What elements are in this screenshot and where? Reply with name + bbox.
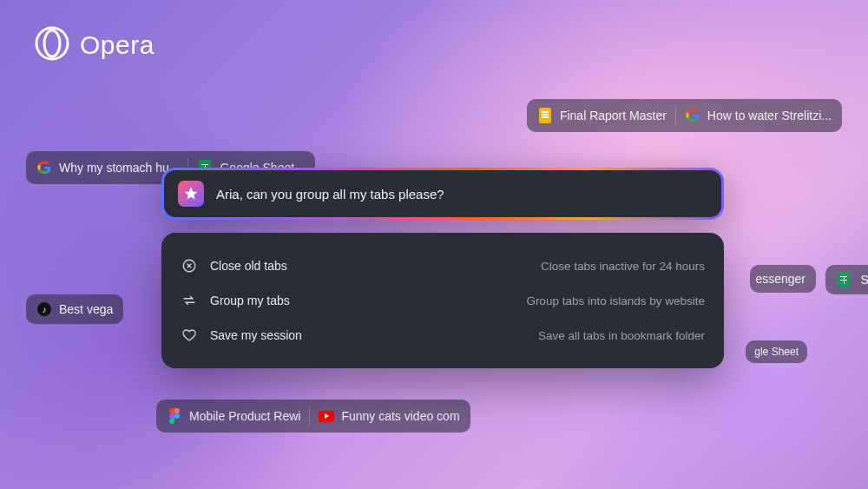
opera-logo-icon <box>35 26 69 64</box>
tab-fragment-messenger[interactable]: essenger <box>750 265 816 293</box>
tab-label: Mobile Product Rewi <box>189 409 300 423</box>
google-icon <box>36 160 52 175</box>
tiktok-icon: ♪ <box>36 301 52 317</box>
tab-fragment-sheet[interactable]: gle Sheet <box>746 340 807 363</box>
tab-label: Best vega <box>59 302 113 316</box>
close-circle-icon <box>181 257 198 274</box>
tab-label: Funny cats video com <box>341 409 459 423</box>
tab-item[interactable]: How to water Strelitzi... <box>685 108 832 123</box>
svg-point-0 <box>36 28 68 59</box>
suggestion-desc: Close tabs inactive for 24 hours <box>541 260 705 273</box>
svg-point-1 <box>44 30 60 56</box>
tab-item[interactable]: Mobile Product Rewi <box>167 408 300 424</box>
sheets-icon <box>836 272 852 287</box>
divider <box>675 106 676 125</box>
tab-item[interactable]: ♪ Best vega <box>36 301 113 317</box>
tab-item[interactable]: Final Raport Master <box>537 108 667 123</box>
tab-fragment-september[interactable]: Septe <box>825 265 868 294</box>
tab-item[interactable]: Funny cats video com <box>319 408 459 424</box>
aria-suggestions-panel: Close old tabs Close tabs inactive for 2… <box>161 233 724 368</box>
suggestion-title: Save my session <box>210 328 302 342</box>
tab-label: How to water Strelitzi... <box>707 109 832 122</box>
suggestion-title: Group my tabs <box>210 294 290 307</box>
suggestion-group-tabs[interactable]: Group my tabs Group tabs into islands by… <box>181 283 705 318</box>
aria-icon <box>178 181 204 207</box>
opera-logo-text: Opera <box>80 30 155 60</box>
opera-logo: Opera <box>35 26 155 64</box>
figma-icon <box>167 408 182 424</box>
youtube-icon <box>319 408 334 424</box>
tab-label: gle Sheet <box>754 346 799 358</box>
tab-group-top-right[interactable]: Final Raport Master How to water Strelit… <box>527 99 842 132</box>
swap-icon <box>181 292 198 309</box>
suggestion-desc: Save all tabs in bookmark folder <box>538 329 705 342</box>
heart-icon <box>181 327 198 344</box>
tab-label: essenger <box>755 272 806 286</box>
suggestion-desc: Group tabs into islands by website <box>526 294 705 307</box>
tab-item[interactable]: Why my stomach hu... <box>36 160 179 175</box>
docs-icon <box>537 108 553 123</box>
tab-label: Septe <box>860 273 868 287</box>
google-icon <box>685 108 700 123</box>
aria-command-bar[interactable]: Aria, can you group all my tabs please? <box>161 168 724 220</box>
aria-prompt-text: Aria, can you group all my tabs please? <box>216 187 444 202</box>
tab-label: Final Raport Master <box>560 109 667 122</box>
divider <box>309 406 310 426</box>
tab-label: Why my stomach hu... <box>59 161 179 175</box>
suggestion-close-old-tabs[interactable]: Close old tabs Close tabs inactive for 2… <box>181 248 705 283</box>
suggestion-title: Close old tabs <box>210 259 287 273</box>
tab-tiktok[interactable]: ♪ Best vega <box>26 294 123 324</box>
suggestion-save-session[interactable]: Save my session Save all tabs in bookmar… <box>181 318 705 353</box>
tab-group-bottom[interactable]: Mobile Product Rewi Funny cats video com <box>156 400 470 433</box>
